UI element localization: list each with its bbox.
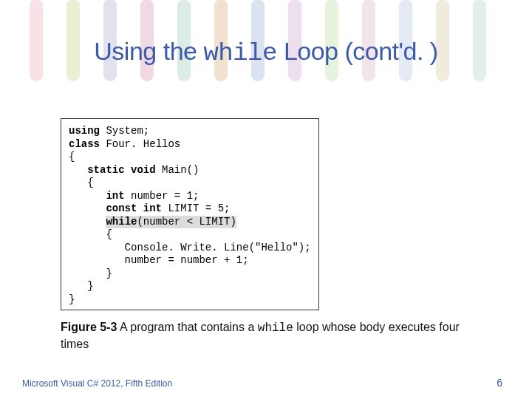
figure-number: Figure 5-3: [61, 321, 117, 333]
footer-book-title: Microsoft Visual C# 2012, Fifth Edition: [22, 378, 172, 389]
slide-title: Using the while Loop (cont'd. ): [0, 37, 532, 67]
title-mono: while: [203, 39, 277, 67]
code-content: using System; class Four. Hellos { stati…: [69, 125, 311, 306]
title-suffix: Loop (cont'd. ): [277, 37, 438, 65]
code-listing: using System; class Four. Hellos { stati…: [61, 118, 319, 310]
caption-before: A program that contains a: [117, 321, 257, 333]
title-prefix: Using the: [94, 37, 203, 65]
caption-mono: while: [258, 321, 293, 335]
page-number: 6: [497, 377, 502, 389]
figure-caption: Figure 5-3 A program that contains a whi…: [61, 319, 480, 353]
